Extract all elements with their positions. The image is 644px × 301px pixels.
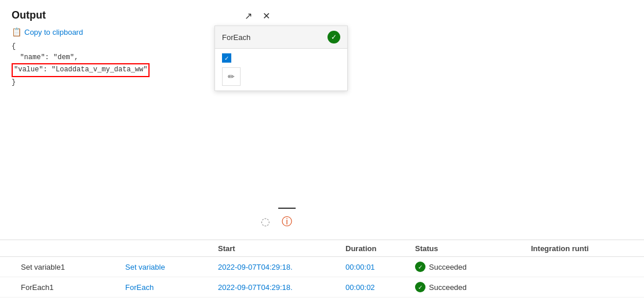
separator-line [278, 208, 296, 209]
row2-status-icon: ✓ [415, 282, 425, 292]
close-button[interactable]: ✕ [261, 9, 271, 23]
col-status: Status [415, 244, 531, 253]
row1-duration: 00:00:01 [345, 263, 415, 271]
info-icon: ⓘ [282, 215, 292, 229]
spinner-icon: ◌ [261, 215, 270, 228]
row2-type: ForEach [125, 283, 218, 292]
col-duration: Duration [345, 244, 415, 253]
row1-name: Set variable1 [21, 263, 125, 271]
foreach-edit-button[interactable]: ✏ [222, 67, 241, 86]
col-start: Start [218, 244, 345, 253]
row2-start: 2022-09-07T04:29:18. [218, 283, 345, 292]
row2-status-label: Succeeded [429, 283, 467, 292]
foreach-body: ✓ ✏ [215, 49, 347, 90]
foreach-header: ForEach ✓ [215, 26, 347, 49]
foreach-popup: ForEach ✓ ✓ ✏ [214, 26, 348, 91]
row1-start: 2022-09-07T04:29:18. [218, 263, 345, 271]
edit-icon: ✏ [228, 72, 235, 81]
info-area: ◌ ⓘ [261, 215, 292, 229]
expand-button[interactable]: ↗ [243, 9, 253, 23]
copy-to-clipboard-button[interactable]: Copy to clipboard [24, 28, 83, 37]
foreach-title: ForEach [222, 33, 250, 42]
row1-type: Set variable [125, 263, 218, 271]
row2-duration: 00:00:02 [345, 283, 415, 292]
row1-status-icon: ✓ [415, 262, 425, 272]
col-name [21, 244, 125, 253]
foreach-check-row: ✓ [222, 53, 340, 63]
row2-name: ForEach1 [21, 283, 125, 292]
foreach-success-icon: ✓ [328, 31, 340, 43]
col-type [125, 244, 218, 253]
table-row[interactable]: ForEach1 ForEach 2022-09-07T04:29:18. 00… [0, 277, 644, 298]
col-integration: Integration runti [531, 244, 644, 253]
table-divider [0, 240, 644, 240]
table-area: Start Duration Status Integration runti … [0, 241, 644, 298]
row2-status: ✓ Succeeded [415, 282, 531, 292]
copy-icon: 📋 [12, 27, 21, 37]
json-highlighted-value: "value": "Loaddata_v_my_data_ww" [12, 63, 150, 77]
table-header: Start Duration Status Integration runti [0, 241, 644, 257]
row1-status: ✓ Succeeded [415, 262, 531, 272]
table-row[interactable]: Set variable1 Set variable 2022-09-07T04… [0, 257, 644, 277]
expand-close-actions: ↗ ✕ [243, 9, 271, 23]
foreach-checkbox[interactable]: ✓ [222, 53, 231, 63]
row1-status-label: Succeeded [429, 263, 467, 271]
